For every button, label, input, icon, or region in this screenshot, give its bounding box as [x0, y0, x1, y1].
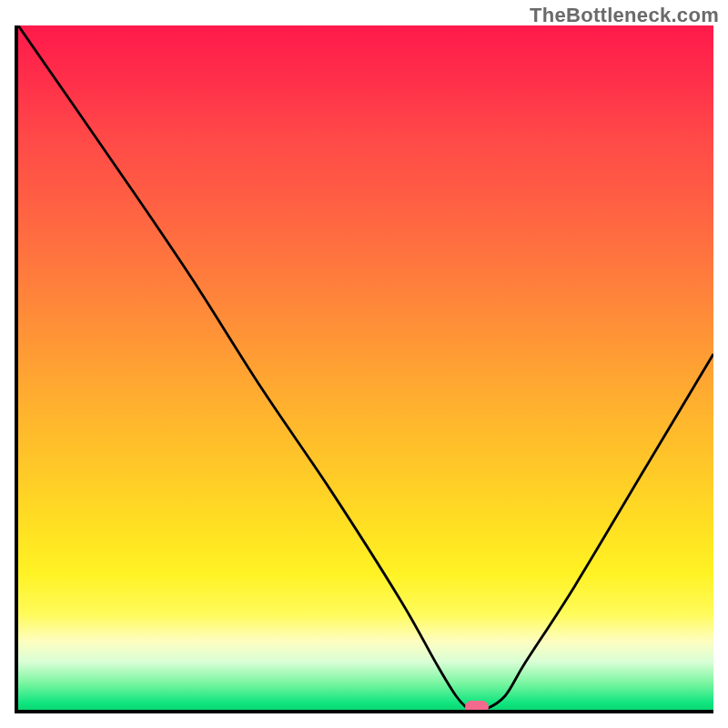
bottleneck-curve	[18, 25, 713, 710]
watermark-text: TheBottleneck.com	[530, 4, 719, 27]
optimal-marker	[465, 701, 489, 713]
plot-area	[15, 25, 713, 713]
chart-root: TheBottleneck.com	[0, 0, 728, 728]
